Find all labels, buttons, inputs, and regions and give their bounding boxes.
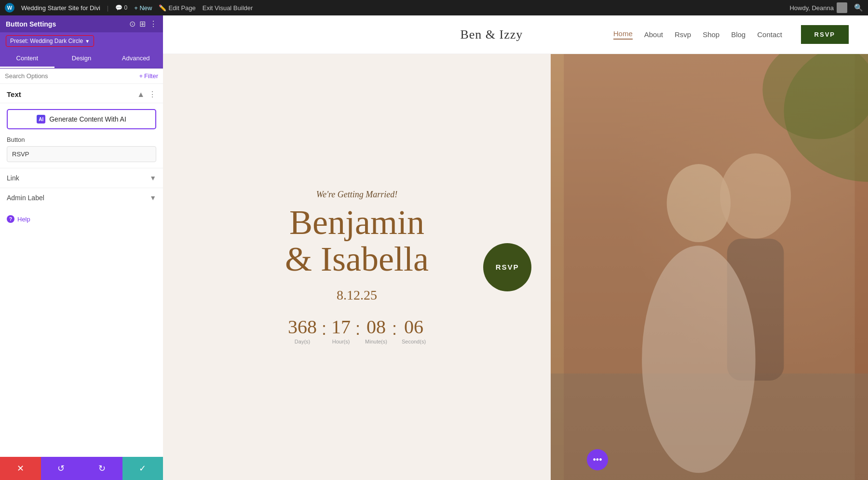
countdown-seconds: 06 Second(s)	[402, 317, 426, 344]
section-controls: ▲ ⋮	[137, 90, 156, 99]
hero-name-line1: Benjamin	[285, 205, 429, 241]
panel-title: Button Settings	[6, 20, 56, 28]
nav-link-shop[interactable]: Shop	[703, 30, 719, 39]
layout-icon[interactable]: ⊞	[139, 19, 146, 28]
countdown-seconds-label: Second(s)	[402, 339, 426, 344]
filter-label: Filter	[144, 72, 158, 80]
ai-generate-button[interactable]: AI Generate Content With AI	[7, 109, 156, 129]
countdown-days-num: 368	[288, 317, 317, 337]
redo-button[interactable]: ↻	[81, 457, 122, 480]
preset-label: Preset: Wedding Dark Circle	[10, 38, 83, 44]
link-collapse-icon: ▼	[149, 174, 156, 182]
nav-link-about[interactable]: About	[644, 30, 663, 39]
avatar	[837, 2, 847, 13]
left-panel: Button Settings ⊙ ⊞ ⋮ Preset: Wedding Da…	[0, 15, 163, 480]
filter-button[interactable]: + Filter	[139, 72, 158, 80]
tab-design[interactable]: Design	[54, 50, 109, 68]
text-section-header: Text ▲ ⋮	[0, 84, 163, 103]
panel-body: + Filter Text ▲ ⋮ AI Generate Content Wi…	[0, 69, 163, 457]
floating-dots-button[interactable]: •••	[587, 449, 608, 470]
tab-advanced[interactable]: Advanced	[108, 50, 163, 68]
countdown-minutes-label: Minute(s)	[365, 339, 387, 344]
new-post-link[interactable]: + New	[134, 4, 152, 12]
admin-label-section[interactable]: Admin Label ▼	[0, 188, 163, 207]
edit-page-link[interactable]: ✏️ Edit Page	[159, 4, 195, 12]
nav-link-contact[interactable]: Contact	[757, 30, 782, 39]
rsvp-nav-button[interactable]: RSVP	[801, 25, 849, 44]
countdown-days-label: Day(s)	[295, 339, 310, 344]
link-section-title: Link	[7, 174, 19, 182]
hero-subtitle: We're Getting Married!	[316, 190, 398, 200]
button-field-label: Button	[7, 136, 156, 143]
nav-link-home[interactable]: Home	[613, 29, 633, 40]
wp-admin-bar: W Wedding Starter Site for Divi | 💬 0 + …	[0, 0, 868, 15]
help-circle-icon: ?	[7, 215, 14, 223]
hero-section: We're Getting Married! Benjamin & Isabel…	[163, 54, 868, 480]
comment-icon[interactable]: 💬 0	[115, 4, 127, 11]
countdown-sep-2: :	[355, 317, 360, 339]
help-row[interactable]: ? Help	[0, 207, 163, 231]
admin-label-title: Admin Label	[7, 194, 44, 202]
admin-label-collapse-icon: ▼	[149, 194, 156, 202]
hero-date: 8.12.25	[337, 288, 377, 303]
countdown-hours-label: Hour(s)	[332, 339, 350, 344]
site-nav-links: Home About Rsvp Shop Blog Contact	[595, 29, 801, 40]
hero-right	[551, 54, 868, 480]
search-icon[interactable]: 🔍	[854, 3, 863, 12]
cancel-button[interactable]: ✕	[0, 457, 41, 480]
exit-visual-builder-link[interactable]: Exit Visual Builder	[203, 4, 253, 12]
focus-icon[interactable]: ⊙	[129, 19, 136, 28]
collapse-up-icon[interactable]: ▲	[137, 90, 145, 99]
hero-left: We're Getting Married! Benjamin & Isabel…	[163, 54, 551, 480]
section-more-icon[interactable]: ⋮	[149, 90, 156, 99]
preset-bar: Preset: Wedding Dark Circle ▼	[0, 32, 163, 50]
button-field-group: Button	[7, 136, 156, 162]
couple-svg	[551, 54, 868, 480]
svg-point-4	[720, 153, 791, 239]
undo-icon: ↺	[57, 463, 65, 474]
site-logo: Ben & Izzy	[389, 27, 595, 42]
countdown-sep-1: :	[322, 317, 326, 339]
ai-icon: AI	[37, 115, 45, 123]
panel-header-icons: ⊙ ⊞ ⋮	[129, 19, 157, 28]
search-input[interactable]	[5, 72, 136, 80]
hero-couple-image	[551, 54, 868, 480]
button-text-input[interactable]	[7, 146, 156, 162]
nav-link-blog[interactable]: Blog	[731, 30, 746, 39]
ai-btn-label: Generate Content With AI	[49, 115, 126, 123]
tab-content[interactable]: Content	[0, 50, 54, 68]
cancel-icon: ✕	[17, 463, 24, 474]
hero-name-line2: & Isabella	[285, 241, 429, 278]
link-section[interactable]: Link ▼	[0, 168, 163, 188]
chevron-down-icon: ▼	[85, 39, 90, 44]
redo-icon: ↻	[98, 463, 106, 474]
filter-plus-icon: +	[139, 72, 143, 80]
bottom-bar: ✕ ↺ ↻ ✓	[0, 457, 163, 480]
preset-button[interactable]: Preset: Wedding Dark Circle ▼	[6, 35, 94, 47]
undo-button[interactable]: ↺	[41, 457, 82, 480]
help-label: Help	[17, 216, 30, 223]
text-section-content: AI Generate Content With AI Button	[0, 103, 163, 168]
countdown-hours-num: 17	[331, 317, 351, 337]
site-name[interactable]: Wedding Starter Site for Divi	[21, 4, 100, 12]
dots-icon: •••	[593, 455, 602, 465]
countdown-minutes-num: 08	[366, 317, 386, 337]
hero-names: Benjamin & Isabella	[285, 205, 429, 277]
countdown-seconds-num: 06	[404, 317, 423, 337]
wp-logo-icon[interactable]: W	[5, 3, 14, 13]
countdown: 368 Day(s) : 17 Hour(s) : 08 Minute(s) :	[288, 317, 426, 344]
countdown-minutes: 08 Minute(s)	[365, 317, 387, 344]
site-nav: Ben & Izzy Home About Rsvp Shop Blog Con…	[163, 15, 868, 54]
rsvp-circle-button[interactable]: RSVP	[483, 243, 531, 291]
save-button[interactable]: ✓	[122, 457, 163, 480]
user-howdy: Howdy, Deanna	[789, 2, 847, 13]
separator: |	[107, 4, 108, 12]
countdown-days: 368 Day(s)	[288, 317, 317, 344]
svg-point-6	[667, 164, 731, 242]
countdown-sep-3: :	[392, 317, 397, 339]
panel-header: Button Settings ⊙ ⊞ ⋮	[0, 15, 163, 32]
nav-link-rsvp[interactable]: Rsvp	[675, 30, 691, 39]
more-options-icon[interactable]: ⋮	[149, 19, 157, 28]
search-row: + Filter	[0, 69, 163, 84]
pencil-icon: ✏️	[159, 4, 166, 12]
